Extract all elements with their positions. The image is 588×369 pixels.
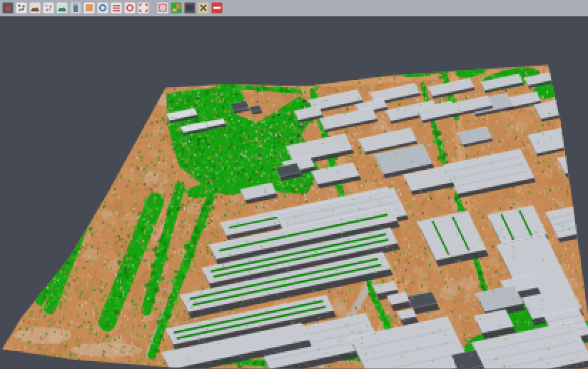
classification-view-icon[interactable] xyxy=(170,2,182,14)
toolbar xyxy=(0,0,588,17)
terrain-model-icon[interactable] xyxy=(29,2,41,14)
profile-section-icon[interactable] xyxy=(69,2,81,14)
settings-icon[interactable] xyxy=(123,2,136,14)
measure-tool-icon[interactable] xyxy=(197,2,209,14)
ortho-image-icon[interactable] xyxy=(83,2,95,14)
vegetation-model-icon[interactable] xyxy=(56,2,68,14)
viewport-3d[interactable] xyxy=(0,0,588,369)
select-points-icon[interactable] xyxy=(1,2,14,14)
selection-bounds-icon[interactable] xyxy=(137,2,149,14)
sparse-points-icon[interactable] xyxy=(42,2,54,14)
align-pairs-icon[interactable] xyxy=(15,2,27,14)
shaded-view-icon[interactable] xyxy=(183,2,196,14)
pointcloud-viewer-window xyxy=(0,0,588,369)
layer-list-icon[interactable] xyxy=(110,2,122,14)
refresh-view-icon[interactable] xyxy=(96,2,108,14)
clip-region-icon[interactable] xyxy=(156,2,168,14)
remove-layer-icon[interactable] xyxy=(211,2,223,14)
